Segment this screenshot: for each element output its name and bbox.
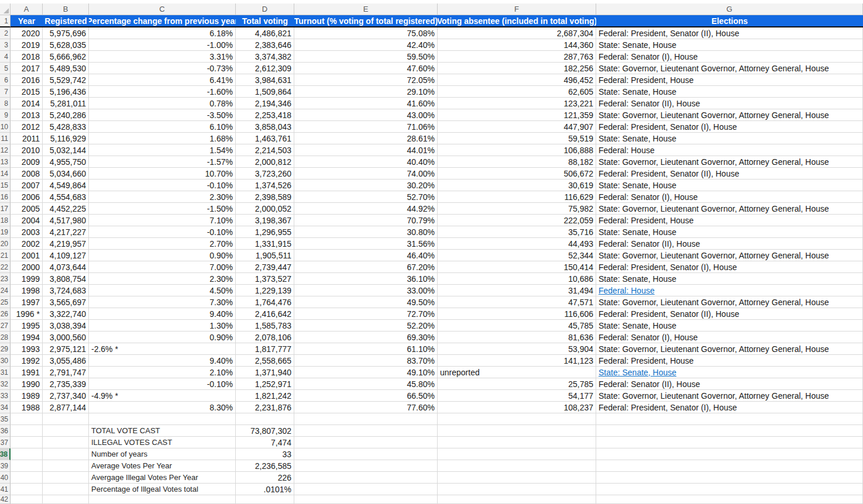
cell-A2[interactable]: 2020 <box>11 27 43 39</box>
column-header-E[interactable]: E <box>294 4 438 15</box>
cell-C6[interactable]: 6.41% <box>89 74 236 86</box>
cell-F41[interactable] <box>438 484 596 495</box>
cell-E27[interactable]: 52.20% <box>294 320 438 332</box>
cell-G14[interactable]: Federal: President, Senator (II), House <box>596 168 863 179</box>
cell-F25[interactable]: 47,571 <box>438 296 596 308</box>
cell-A38[interactable] <box>11 448 43 460</box>
row-header-33[interactable]: 33 <box>0 390 11 402</box>
cell-C8[interactable]: 0.78% <box>89 98 236 109</box>
cell-C21[interactable]: 0.90% <box>89 250 236 261</box>
cell-B19[interactable]: 4,217,227 <box>43 226 89 238</box>
cell-F38[interactable] <box>438 448 596 460</box>
row-header-10[interactable]: 10 <box>0 121 11 133</box>
cell-D6[interactable]: 3,984,631 <box>236 74 294 86</box>
cell-E41[interactable] <box>294 484 438 495</box>
cell-D25[interactable]: 1,764,476 <box>236 296 294 308</box>
row-header-34[interactable]: 34 <box>0 402 11 413</box>
cell-G37[interactable] <box>596 437 863 448</box>
cell-E42[interactable] <box>294 495 438 504</box>
cell-E9[interactable]: 43.00% <box>294 109 438 121</box>
cell-G25[interactable]: State: Governor, Lieutenant Governor, At… <box>596 296 863 308</box>
cell-B5[interactable]: 5,489,530 <box>43 63 89 74</box>
cell-D13[interactable]: 2,000,812 <box>236 156 294 168</box>
cell-G17[interactable]: State: Governor, Lieutenant Governor, At… <box>596 203 863 215</box>
cell-E23[interactable]: 36.10% <box>294 273 438 285</box>
cell-D15[interactable]: 1,374,526 <box>236 179 294 191</box>
row-header-1[interactable]: 1 <box>0 15 11 27</box>
cell-B18[interactable]: 4,517,980 <box>43 215 89 226</box>
cell-G36[interactable] <box>596 425 863 437</box>
cell-C28[interactable]: 0.90% <box>89 332 236 343</box>
cell-D17[interactable]: 2,000,052 <box>236 203 294 215</box>
cell-F9[interactable]: 121,359 <box>438 109 596 121</box>
cell-G31[interactable]: State: Senate, House <box>596 367 863 378</box>
cell-A42[interactable] <box>11 495 43 504</box>
cell-E24[interactable]: 33.00% <box>294 285 438 296</box>
cell-A24[interactable]: 1998 <box>11 285 43 296</box>
cell-F42[interactable] <box>438 495 596 504</box>
cell-A29[interactable]: 1993 <box>11 343 43 355</box>
cell-A1[interactable]: Year <box>11 15 43 27</box>
row-header-16[interactable]: 16 <box>0 191 11 203</box>
cell-F3[interactable]: 144,360 <box>438 39 596 51</box>
cell-A35[interactable] <box>11 413 43 425</box>
cell-A8[interactable]: 2014 <box>11 98 43 109</box>
cell-E1[interactable]: Turnout (% voting of total registered) <box>294 15 438 27</box>
cell-A4[interactable]: 2018 <box>11 51 43 63</box>
cell-D5[interactable]: 2,612,309 <box>236 63 294 74</box>
column-header-A[interactable]: A <box>11 4 43 15</box>
cell-F6[interactable]: 496,452 <box>438 74 596 86</box>
cell-G8[interactable]: Federal: Senator (II), House <box>596 98 863 109</box>
cell-C4[interactable]: 3.31% <box>89 51 236 63</box>
cell-G3[interactable]: State: Senate, House <box>596 39 863 51</box>
cell-G28[interactable]: Federal: Senator (I), House <box>596 332 863 343</box>
cell-C34[interactable]: 8.30% <box>89 402 236 413</box>
cell-C18[interactable]: 7.10% <box>89 215 236 226</box>
cell-D12[interactable]: 2,214,503 <box>236 144 294 156</box>
cell-D14[interactable]: 3,723,260 <box>236 168 294 179</box>
cell-G24[interactable]: Federal: House <box>596 285 863 296</box>
cell-F35[interactable] <box>438 413 596 425</box>
cell-G19[interactable]: State: Senate, House <box>596 226 863 238</box>
cell-D33[interactable]: 1,821,242 <box>236 390 294 402</box>
cell-F24[interactable]: 31,494 <box>438 285 596 296</box>
cell-F12[interactable]: 106,888 <box>438 144 596 156</box>
cell-F39[interactable] <box>438 460 596 472</box>
row-header-14[interactable]: 14 <box>0 168 11 179</box>
row-header-24[interactable]: 24 <box>0 285 11 296</box>
cell-F1[interactable]: Voting absentee (included in total votin… <box>438 15 596 27</box>
cell-G23[interactable]: State: Senate, House <box>596 273 863 285</box>
cell-G10[interactable]: Federal: President, Senator (I), House <box>596 121 863 133</box>
cell-B28[interactable]: 3,000,560 <box>43 332 89 343</box>
cell-D21[interactable]: 1,905,511 <box>236 250 294 261</box>
row-header-17[interactable]: 17 <box>0 203 11 215</box>
cell-C19[interactable]: -0.10% <box>89 226 236 238</box>
cell-C29[interactable]: -2.6% * <box>89 343 236 355</box>
cell-G35[interactable] <box>596 413 863 425</box>
cell-B16[interactable]: 4,554,683 <box>43 191 89 203</box>
cell-E4[interactable]: 59.50% <box>294 51 438 63</box>
cell-A25[interactable]: 1997 <box>11 296 43 308</box>
cell-F16[interactable]: 116,629 <box>438 191 596 203</box>
cell-D40[interactable]: 226 <box>236 472 294 484</box>
cell-E25[interactable]: 49.50% <box>294 296 438 308</box>
cell-F31[interactable]: unreported <box>438 367 596 378</box>
cell-B25[interactable]: 3,565,697 <box>43 296 89 308</box>
cell-B9[interactable]: 5,240,286 <box>43 109 89 121</box>
cell-C39[interactable]: Average Votes Per Year <box>89 460 236 472</box>
cell-B22[interactable]: 4,073,644 <box>43 261 89 273</box>
cell-A16[interactable]: 2006 <box>11 191 43 203</box>
cell-C15[interactable]: -0.10% <box>89 179 236 191</box>
cell-E31[interactable]: 49.10% <box>294 367 438 378</box>
cell-D28[interactable]: 2,078,106 <box>236 332 294 343</box>
cell-E7[interactable]: 29.10% <box>294 86 438 98</box>
cell-B21[interactable]: 4,109,127 <box>43 250 89 261</box>
cell-D10[interactable]: 3,858,043 <box>236 121 294 133</box>
cell-C16[interactable]: 2.30% <box>89 191 236 203</box>
cell-B42[interactable] <box>43 495 89 504</box>
cell-B27[interactable]: 3,038,394 <box>43 320 89 332</box>
cell-D2[interactable]: 4,486,821 <box>236 27 294 39</box>
cell-A19[interactable]: 2003 <box>11 226 43 238</box>
cell-E15[interactable]: 30.20% <box>294 179 438 191</box>
cell-G41[interactable] <box>596 484 863 495</box>
